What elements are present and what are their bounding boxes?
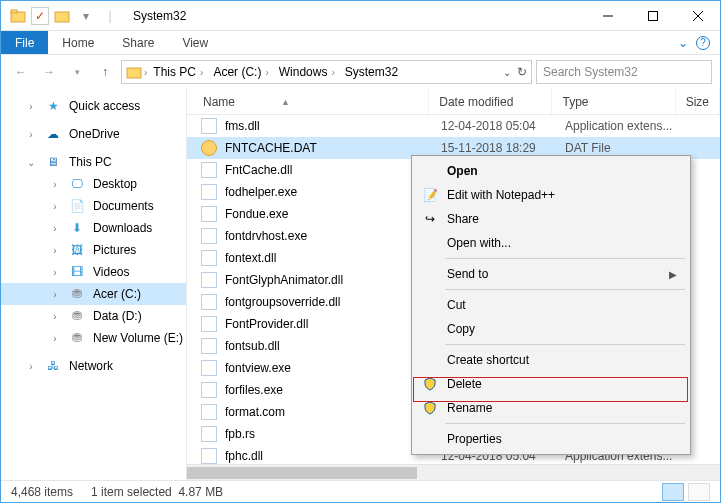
file-icon	[201, 360, 217, 376]
drive-icon: ⛃	[69, 330, 85, 346]
nav-acer-c[interactable]: ›⛃Acer (C:)	[1, 283, 186, 305]
menu-open[interactable]: Open	[415, 159, 687, 183]
address-dropdown-icon[interactable]: ⌄	[503, 67, 511, 78]
quick-access-toolbar: ✓ ▾ |	[1, 5, 127, 27]
refresh-icon[interactable]: ↻	[517, 65, 527, 79]
recent-dropdown[interactable]: ▾	[65, 60, 89, 84]
status-selection: 1 item selected 4.87 MB	[91, 485, 223, 499]
nav-desktop[interactable]: ›🖵Desktop	[1, 173, 186, 195]
desktop-icon: 🖵	[69, 176, 85, 192]
menu-create-shortcut[interactable]: Create shortcut	[415, 348, 687, 372]
pictures-icon: 🖼	[69, 242, 85, 258]
file-name: FontGlyphAnimator.dll	[225, 273, 343, 287]
nav-pictures[interactable]: ›🖼Pictures	[1, 239, 186, 261]
column-type[interactable]: Type	[552, 89, 675, 114]
svg-rect-7	[127, 68, 141, 78]
chevron-right-icon[interactable]: ›	[200, 67, 203, 78]
file-icon	[201, 294, 217, 310]
nav-documents[interactable]: ›📄Documents	[1, 195, 186, 217]
horizontal-scrollbar[interactable]	[187, 464, 720, 480]
up-button[interactable]: ↑	[93, 60, 117, 84]
breadcrumb: System32	[341, 65, 402, 79]
file-icon	[201, 338, 217, 354]
sort-asc-icon: ▲	[281, 97, 290, 107]
forward-button: →	[37, 60, 61, 84]
downloads-icon: ⬇	[69, 220, 85, 236]
file-name: fontdrvhost.exe	[225, 229, 307, 243]
nav-this-pc[interactable]: ⌄🖥This PC	[1, 151, 186, 173]
breadcrumb: Windows›	[275, 65, 339, 79]
menu-copy[interactable]: Copy	[415, 317, 687, 341]
thumbnails-view-button[interactable]	[688, 483, 710, 501]
file-name: forfiles.exe	[225, 383, 283, 397]
menu-open-with[interactable]: Open with...	[415, 231, 687, 255]
share-icon: ↪	[421, 210, 439, 228]
navigation-pane: ›★Quick access ›☁OneDrive ⌄🖥This PC ›🖵De…	[1, 89, 187, 480]
tab-file[interactable]: File	[1, 31, 48, 54]
separator: |	[99, 5, 121, 27]
file-name: fontsub.dll	[225, 339, 280, 353]
column-headers: Name▲ Date modified Type Size	[187, 89, 720, 115]
file-icon	[201, 206, 217, 222]
column-name[interactable]: Name▲	[187, 89, 429, 114]
file-name: FNTCACHE.DAT	[225, 141, 317, 155]
file-icon	[201, 316, 217, 332]
separator	[445, 344, 685, 345]
nav-new-volume-e[interactable]: ›⛃New Volume (E:)	[1, 327, 186, 349]
file-name: FontProvider.dll	[225, 317, 308, 331]
file-row[interactable]: fms.dll12-04-2018 05:04Application exten…	[187, 115, 720, 137]
menu-send-to[interactable]: Send to▶	[415, 262, 687, 286]
chevron-right-icon[interactable]: ›	[265, 67, 268, 78]
folder-icon	[7, 5, 29, 27]
file-icon	[201, 404, 217, 420]
menu-cut[interactable]: Cut	[415, 293, 687, 317]
file-icon	[201, 382, 217, 398]
back-button[interactable]: ←	[9, 60, 33, 84]
column-date[interactable]: Date modified	[429, 89, 552, 114]
file-icon	[201, 426, 217, 442]
chevron-right-icon[interactable]: ›	[144, 67, 147, 78]
menu-rename[interactable]: Rename	[415, 396, 687, 420]
qat-dropdown-icon[interactable]: ▾	[75, 5, 97, 27]
file-name: fontgroupsoverride.dll	[225, 295, 340, 309]
breadcrumb: Acer (C:)›	[209, 65, 272, 79]
close-button[interactable]	[675, 1, 720, 31]
nav-data-d[interactable]: ›⛃Data (D:)	[1, 305, 186, 327]
minimize-button[interactable]	[585, 1, 630, 31]
nav-videos[interactable]: ›🎞Videos	[1, 261, 186, 283]
file-icon	[201, 250, 217, 266]
menu-properties[interactable]: Properties	[415, 427, 687, 451]
nav-onedrive[interactable]: ›☁OneDrive	[1, 123, 186, 145]
ribbon-expand-icon[interactable]: ⌄	[678, 36, 688, 50]
documents-icon: 📄	[69, 198, 85, 214]
nav-network[interactable]: ›🖧Network	[1, 355, 186, 377]
shield-icon	[421, 399, 439, 417]
tab-share[interactable]: Share	[108, 31, 168, 54]
maximize-button[interactable]	[630, 1, 675, 31]
notepadpp-icon: 📝	[421, 186, 439, 204]
address-bar[interactable]: › This PC› Acer (C:)› Windows› System32 …	[121, 60, 532, 84]
help-icon[interactable]: ?	[696, 36, 710, 50]
separator	[445, 423, 685, 424]
cloud-icon: ☁	[45, 126, 61, 142]
column-size[interactable]: Size	[676, 89, 720, 114]
search-input[interactable]: Search System32	[536, 60, 712, 84]
folder-icon[interactable]	[51, 5, 73, 27]
nav-quick-access[interactable]: ›★Quick access	[1, 95, 186, 117]
menu-delete[interactable]: Delete	[415, 372, 687, 396]
file-name: fodhelper.exe	[225, 185, 297, 199]
status-bar: 4,468 items 1 item selected 4.87 MB	[1, 480, 720, 502]
properties-check-icon[interactable]: ✓	[31, 7, 49, 25]
file-name: FntCache.dll	[225, 163, 292, 177]
menu-share[interactable]: ↪Share	[415, 207, 687, 231]
details-view-button[interactable]	[662, 483, 684, 501]
file-name: fontext.dll	[225, 251, 276, 265]
file-name: Fondue.exe	[225, 207, 288, 221]
tab-home[interactable]: Home	[48, 31, 108, 54]
nav-downloads[interactable]: ›⬇Downloads	[1, 217, 186, 239]
svg-rect-2	[55, 12, 69, 22]
chevron-right-icon[interactable]: ›	[331, 67, 334, 78]
tab-view[interactable]: View	[168, 31, 222, 54]
context-menu: Open 📝Edit with Notepad++ ↪Share Open wi…	[411, 155, 691, 455]
menu-edit-notepadpp[interactable]: 📝Edit with Notepad++	[415, 183, 687, 207]
